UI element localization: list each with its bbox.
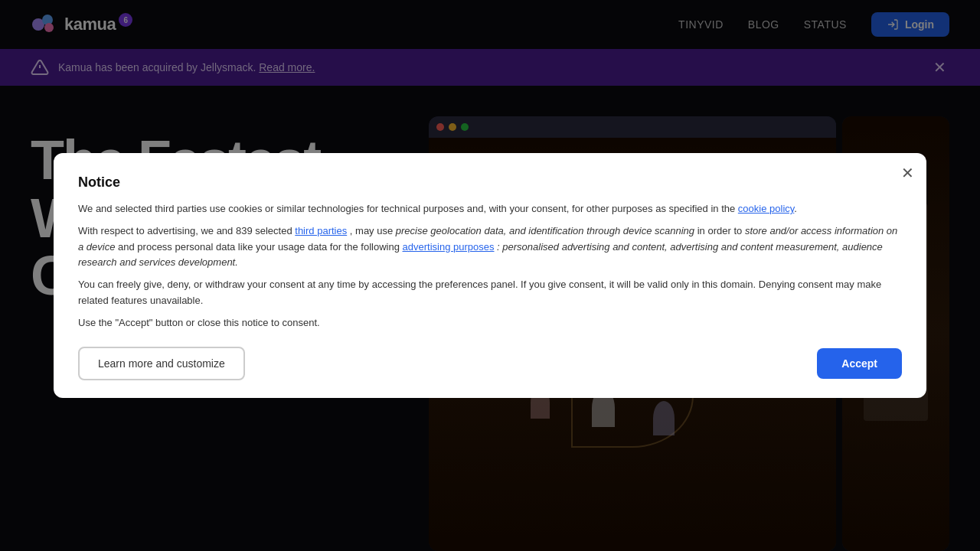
cookie-close-button[interactable]: ✕ — [901, 165, 914, 181]
cookie-title: Notice — [78, 174, 902, 191]
cookie-actions: Learn more and customize Accept — [78, 347, 902, 380]
precise-geo-text: precise geolocation data, and identifica… — [396, 225, 694, 236]
cookie-para2: With respect to advertising, we and 839 … — [78, 223, 902, 271]
accept-button[interactable]: Accept — [817, 348, 902, 379]
third-parties-link[interactable]: third parties — [295, 225, 347, 236]
cookie-para3: You can freely give, deny, or withdraw y… — [78, 277, 902, 309]
cookie-para1: We and selected third parties use cookie… — [78, 201, 902, 217]
cookie-para4: Use the "Accept" button or close this no… — [78, 315, 902, 331]
cookie-overlay: ✕ Notice We and selected third parties u… — [0, 0, 980, 551]
advertising-purposes-link[interactable]: advertising purposes — [403, 241, 495, 253]
learn-more-customize-button[interactable]: Learn more and customize — [78, 347, 245, 380]
cookie-policy-link[interactable]: cookie policy — [738, 203, 794, 214]
cookie-notice: ✕ Notice We and selected third parties u… — [54, 153, 926, 398]
cookie-body: We and selected third parties use cookie… — [78, 201, 902, 331]
